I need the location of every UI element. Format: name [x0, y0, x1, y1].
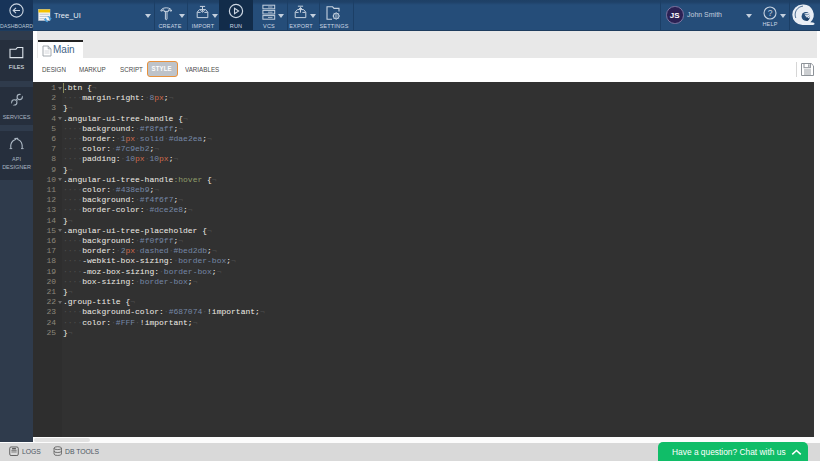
svg-text:?: ? — [768, 8, 773, 18]
